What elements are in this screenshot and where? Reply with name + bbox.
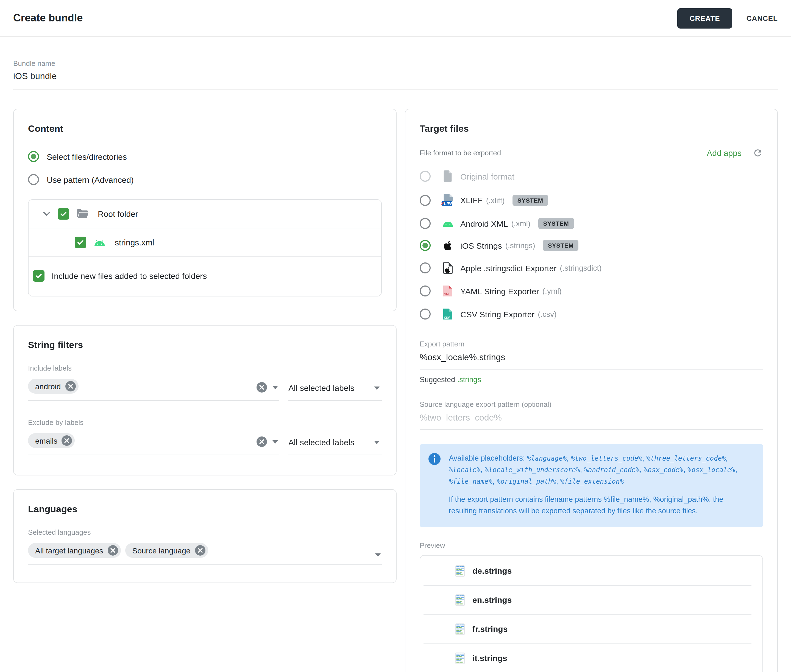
placeholder-token: %locale% [449, 466, 481, 474]
create-bundle-page: Create bundle CREATE CANCEL Bundle name … [0, 0, 791, 672]
format-radio[interactable] [420, 285, 431, 296]
chevron-down-icon [374, 386, 380, 390]
document-icon [441, 170, 455, 182]
chevron-down-icon[interactable] [273, 386, 278, 389]
tree-row-strings-xml[interactable]: strings.xml [29, 229, 381, 257]
file-checkbox[interactable] [75, 237, 86, 248]
include-labels-mode-select[interactable]: All selected labels [289, 378, 382, 401]
remove-chip-icon[interactable] [107, 545, 118, 555]
selected-languages-field[interactable]: All target languages Source language [28, 540, 382, 565]
preview-file-name: fr.strings [472, 624, 507, 634]
format-option-yaml[interactable]: YML YAML String Exporter (.yml) [420, 280, 763, 302]
format-option-ios-strings[interactable]: iOS Strings (.strings) SYSTEM [420, 234, 763, 256]
placeholders-paragraph: Available placeholders: %language%, %two… [449, 453, 753, 488]
content-title: Content [28, 123, 382, 134]
radio-label: Select files/directories [47, 152, 127, 161]
android-icon [93, 238, 106, 246]
format-label: Apple .stringsdict Exporter [460, 263, 557, 273]
format-radio[interactable] [420, 240, 431, 251]
create-button[interactable]: CREATE [677, 8, 732, 28]
preview-row: de.strings [420, 557, 762, 585]
stringsdict-file-icon [441, 262, 455, 274]
placeholder-token: %osx_code% [644, 466, 684, 474]
add-apps-link[interactable]: Add apps [707, 148, 741, 158]
format-radio[interactable] [420, 171, 431, 182]
placeholders-intro: Available placeholders: [449, 454, 527, 462]
include-labels-label: Include labels [28, 364, 382, 372]
include-labels-field[interactable]: android [28, 376, 279, 401]
preview-file-name: en.strings [472, 595, 512, 605]
svg-text:YML: YML [444, 293, 451, 296]
placeholder-token: %file_extension% [560, 478, 624, 485]
select-value: All selected labels [289, 438, 354, 447]
chevron-down-icon[interactable] [273, 440, 278, 443]
format-option-stringsdict[interactable]: Apple .stringsdict Exporter (.stringsdic… [420, 256, 763, 280]
source-pattern-input[interactable]: %two_letters_code% [420, 413, 763, 430]
svg-text:XLIFF: XLIFF [441, 201, 452, 206]
radio-use-pattern[interactable]: Use pattern (Advanced) [28, 174, 382, 185]
remove-chip-icon[interactable] [65, 381, 75, 392]
remove-chip-icon[interactable] [62, 435, 72, 446]
radio-button-selected[interactable] [28, 151, 39, 162]
bundle-name-field[interactable]: Bundle name iOS bundle [13, 59, 778, 90]
exclude-labels-mode-select[interactable]: All selected labels [289, 432, 382, 455]
bundle-name-input[interactable]: iOS bundle [13, 71, 778, 81]
info-text: Available placeholders: %language%, %two… [449, 453, 753, 517]
android-icon [441, 219, 455, 227]
chip-text: All target languages [35, 546, 103, 555]
radio-label: Use pattern (Advanced) [47, 175, 134, 184]
placeholder-token: %three_letters_code% [646, 454, 726, 462]
format-list: Original format XLIFF XLIFF (.xliff) SYS [420, 165, 763, 326]
page-header: Create bundle CREATE CANCEL [0, 0, 791, 37]
cancel-button[interactable]: CANCEL [746, 14, 778, 22]
format-radio[interactable] [420, 195, 431, 206]
format-radio[interactable] [420, 309, 431, 320]
clear-all-icon[interactable] [257, 437, 267, 447]
format-radio[interactable] [420, 262, 431, 274]
export-pattern-input[interactable]: %osx_locale%.strings [420, 352, 763, 370]
chevron-down-icon [374, 441, 380, 444]
format-option-xliff[interactable]: XLIFF XLIFF (.xliff) SYSTEM [420, 188, 763, 213]
include-new-files-checkbox[interactable] [33, 270, 45, 282]
system-badge: SYSTEM [538, 218, 574, 229]
exclude-labels-field[interactable]: emails [28, 430, 279, 455]
format-radio[interactable] [420, 218, 431, 229]
root-folder-checkbox[interactable] [58, 208, 69, 219]
file-tree: Root folder strings.xml [28, 199, 382, 296]
refresh-icon[interactable] [752, 148, 763, 158]
placeholder-token: %language% [527, 454, 567, 462]
tree-row-root-folder[interactable]: Root folder [29, 200, 381, 229]
svg-text:CSV: CSV [444, 316, 450, 319]
selected-languages-label: Selected languages [28, 528, 382, 536]
format-label: iOS Strings [460, 241, 502, 250]
format-option-android-xml[interactable]: Android XML (.xml) SYSTEM [420, 213, 763, 234]
format-label: YAML String Exporter [460, 286, 539, 296]
radio-button-unselected[interactable] [28, 174, 39, 185]
radio-select-files[interactable]: Select files/directories [28, 151, 382, 162]
target-files-card: Target files File format to be exported … [405, 109, 778, 672]
placeholder-token: %original_path% [497, 478, 556, 485]
target-files-title: Target files [420, 123, 763, 134]
remove-chip-icon[interactable] [195, 545, 205, 555]
preview-file-name: de.strings [472, 566, 512, 575]
placeholder-token: %file_name% [449, 478, 493, 485]
suggested-extension-link[interactable]: .strings [457, 376, 481, 384]
placeholder-token: %osx_locale% [687, 466, 735, 474]
format-option-original-format[interactable]: Original format [420, 165, 763, 188]
chevron-down-icon[interactable] [375, 554, 381, 557]
system-badge: SYSTEM [543, 240, 579, 251]
tree-root-label: Root folder [98, 209, 138, 219]
clear-all-icon[interactable] [257, 382, 267, 392]
preview-label: Preview [420, 541, 763, 549]
chevron-down-icon[interactable] [43, 211, 51, 216]
strings-file-icon [456, 652, 465, 664]
bundle-name-label: Bundle name [13, 59, 778, 67]
chip-text: emails [35, 436, 58, 445]
string-filters-title: String filters [28, 340, 382, 351]
include-new-files-row[interactable]: Include new files added to selected fold… [29, 257, 381, 296]
xliff-file-icon: XLIFF [441, 193, 455, 207]
strings-file-icon [456, 565, 465, 577]
source-pattern-label: Source language export pattern (optional… [420, 400, 763, 408]
placeholder-token: %two_letters_code% [571, 454, 642, 462]
format-option-csv[interactable]: CSV CSV String Exporter (.csv) [420, 302, 763, 326]
